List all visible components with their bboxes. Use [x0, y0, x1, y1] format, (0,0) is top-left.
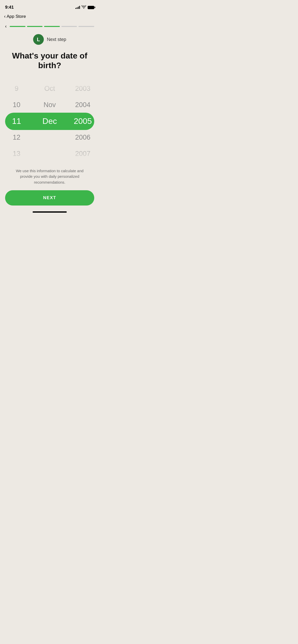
back-arrow-icon: ‹ — [4, 14, 6, 19]
progress-seg-5 — [78, 26, 94, 27]
year-item-2005[interactable]: 2005 — [74, 113, 92, 129]
status-time: 9:41 — [5, 5, 14, 10]
picker-columns: 8 9 10 11 12 13 14 Sep Oct Nov Dec 2002 … — [0, 81, 99, 162]
month-item-nov[interactable]: Nov — [44, 97, 56, 113]
bottom-section: We use this information to calculate and… — [0, 168, 99, 215]
progress-seg-1 — [10, 26, 25, 27]
year-item-2004[interactable]: 2004 — [75, 97, 90, 113]
day-item-9[interactable]: 9 — [15, 81, 18, 97]
step-text: Next step — [47, 37, 66, 42]
signal-icon — [75, 6, 80, 9]
progress-back-button[interactable]: ‹ — [5, 24, 8, 29]
year-column[interactable]: 2002 2003 2004 2005 2006 2007 2008 — [69, 81, 97, 162]
step-avatar: L — [33, 34, 44, 45]
step-label-row: L Next step — [0, 34, 99, 45]
day-item-13[interactable]: 13 — [13, 146, 20, 162]
next-button[interactable]: NEXT — [5, 190, 94, 206]
progress-section: ‹ — [0, 21, 99, 29]
day-item-10[interactable]: 10 — [13, 97, 20, 113]
progress-bars — [10, 26, 94, 27]
home-indicator — [33, 211, 67, 213]
date-picker[interactable]: 8 9 10 11 12 13 14 Sep Oct Nov Dec 2002 … — [0, 81, 99, 162]
progress-seg-4 — [61, 26, 77, 27]
wifi-icon — [82, 5, 86, 9]
progress-seg-2 — [27, 26, 43, 27]
nav-bar: ‹ App Store — [0, 13, 99, 21]
year-item-2003[interactable]: 2003 — [75, 81, 90, 97]
day-item-12[interactable]: 12 — [13, 129, 20, 146]
page-title: What's your date of birth? — [0, 45, 99, 70]
info-text: We use this information to calculate and… — [5, 168, 94, 185]
month-item-dec[interactable]: Dec — [43, 113, 57, 129]
year-item-2007[interactable]: 2007 — [75, 146, 90, 162]
year-item-2006[interactable]: 2006 — [75, 129, 90, 146]
status-icons — [75, 5, 94, 9]
progress-seg-3 — [44, 26, 60, 27]
back-to-appstore[interactable]: ‹ App Store — [4, 14, 26, 19]
battery-icon — [88, 6, 94, 9]
status-bar: 9:41 — [0, 0, 99, 13]
day-column[interactable]: 8 9 10 11 12 13 14 — [3, 81, 31, 162]
day-item-11[interactable]: 11 — [12, 113, 21, 129]
month-column[interactable]: Sep Oct Nov Dec — [36, 81, 64, 162]
month-item-oct[interactable]: Oct — [44, 81, 55, 97]
app-store-label: App Store — [7, 14, 26, 19]
